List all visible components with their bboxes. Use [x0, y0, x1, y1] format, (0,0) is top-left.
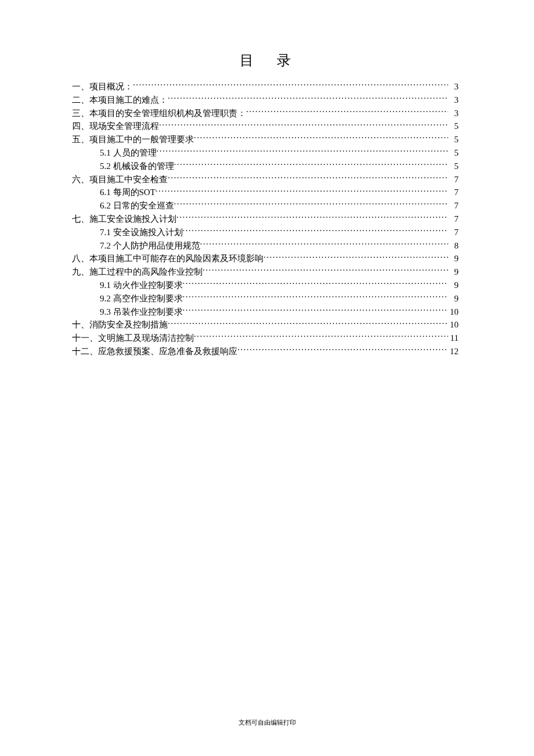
toc-entry: 7.2 个人防护用品使用规范8 — [72, 239, 459, 253]
toc-leader-dots — [159, 120, 448, 129]
toc-entry: 一、项目概况：3 — [72, 80, 459, 93]
toc-entry: 十一、文明施工及现场清洁控制11 — [72, 332, 459, 345]
toc-entry-text: 九、施工过程中的高风险作业控制 — [72, 265, 203, 279]
toc-entry: 5.2 机械设备的管理5 — [72, 160, 459, 173]
toc-entry: 9.1 动火作业控制要求9 — [72, 279, 459, 292]
toc-entry-text: 5.1 人员的管理 — [100, 146, 157, 160]
toc-entry: 二、本项目施工的难点：3 — [72, 93, 459, 107]
toc-entry: 十、消防安全及控制措施10 — [72, 318, 459, 332]
toc-entry: 9.2 高空作业控制要求9 — [72, 292, 459, 305]
toc-entry-text: 十二、应急救援预案、应急准备及救援响应 — [72, 345, 237, 358]
toc-entry-page: 11 — [448, 332, 459, 345]
toc-entry: 九、施工过程中的高风险作业控制9 — [72, 265, 459, 279]
toc-entry-text: 七、施工安全设施投入计划 — [72, 213, 176, 226]
toc-entry-page: 10 — [448, 318, 459, 332]
toc-entry: 四、现场安全管理流程5 — [72, 120, 459, 133]
toc-entry: 三、本项目的安全管理组织机构及管理职责：3 — [72, 107, 459, 120]
toc-entry-text: 六、项目施工中安全检查 — [72, 173, 168, 186]
toc-entry-page: 3 — [448, 80, 459, 93]
document-page: 目录 一、项目概况：3二、本项目施工的难点：3三、本项目的安全管理组织机构及管理… — [0, 0, 534, 358]
toc-entry-text: 八、本项目施工中可能存在的风险因素及环境影响 — [72, 252, 264, 265]
toc-entry-page: 7 — [448, 213, 459, 226]
toc-entry-page: 7 — [448, 186, 459, 199]
toc-entry-page: 9 — [448, 292, 459, 305]
toc-entry-page: 8 — [448, 239, 459, 253]
toc-title: 目录 — [72, 51, 459, 70]
toc-entry-page: 9 — [448, 265, 459, 279]
toc-entry-text: 6.1 每周的SOT — [100, 186, 156, 199]
toc-leader-dots — [194, 134, 448, 142]
toc-leader-dots — [133, 81, 448, 89]
toc-entry-text: 二、本项目施工的难点： — [72, 93, 168, 107]
toc-entry: 十二、应急救援预案、应急准备及救援响应12 — [72, 345, 459, 358]
toc-leader-dots — [194, 332, 448, 341]
toc-entry-page: 10 — [448, 305, 459, 319]
toc-entry-page: 7 — [448, 199, 459, 213]
toc-entry: 6.2 日常的安全巡查7 — [72, 199, 459, 213]
toc-entry-text: 9.3 吊装作业控制要求 — [100, 305, 183, 319]
page-footer: 文档可自由编辑打印 — [0, 718, 534, 727]
toc-entry: 5.1 人员的管理5 — [72, 146, 459, 160]
toc-entry-text: 十一、文明施工及现场清洁控制 — [72, 332, 194, 345]
toc-leader-dots — [183, 226, 449, 235]
toc-entry-text: 6.2 日常的安全巡查 — [100, 199, 174, 213]
toc-leader-dots — [174, 200, 449, 208]
toc-entry-page: 7 — [448, 226, 459, 239]
toc-entry-page: 5 — [448, 120, 459, 133]
toc-entry-text: 5.2 机械设备的管理 — [100, 160, 174, 173]
toc-leader-dots — [176, 213, 448, 222]
toc-leader-dots — [168, 319, 448, 327]
toc-entry-text: 7.2 个人防护用品使用规范 — [100, 239, 200, 253]
toc-leader-dots — [264, 253, 448, 261]
toc-entry-text: 9.1 动火作业控制要求 — [100, 279, 183, 292]
toc-entry: 八、本项目施工中可能存在的风险因素及环境影响9 — [72, 252, 459, 265]
toc-entry-page: 5 — [448, 146, 459, 160]
toc-leader-dots — [168, 94, 448, 103]
toc-entry-text: 一、项目概况： — [72, 80, 133, 93]
toc-entry-text: 四、现场安全管理流程 — [72, 120, 159, 133]
toc-leader-dots — [183, 306, 449, 315]
toc-entry-page: 9 — [448, 279, 459, 292]
toc-leader-dots — [246, 107, 448, 116]
toc-entry: 六、项目施工中安全检查7 — [72, 173, 459, 186]
toc-leader-dots — [203, 266, 448, 275]
toc-entry-text: 9.2 高空作业控制要求 — [100, 292, 183, 305]
toc-entry: 9.3 吊装作业控制要求10 — [72, 305, 459, 319]
toc-entry-text: 五、项目施工中的一般管理要求 — [72, 133, 194, 146]
toc-leader-dots — [200, 240, 449, 249]
toc-entry-page: 3 — [448, 107, 459, 120]
toc-leader-dots — [157, 147, 449, 156]
toc-entry-page: 3 — [448, 93, 459, 107]
toc-entry-page: 5 — [448, 160, 459, 173]
toc-leader-dots — [183, 279, 449, 288]
toc-leader-dots — [237, 345, 448, 354]
toc-entry: 6.1 每周的SOT7 — [72, 186, 459, 199]
toc-entry-text: 7.1 安全设施投入计划 — [100, 226, 183, 239]
toc-entry: 7.1 安全设施投入计划7 — [72, 226, 459, 239]
table-of-contents: 一、项目概况：3二、本项目施工的难点：3三、本项目的安全管理组织机构及管理职责：… — [72, 80, 459, 358]
toc-entry: 五、项目施工中的一般管理要求5 — [72, 133, 459, 146]
toc-entry-page: 7 — [448, 173, 459, 186]
toc-entry-text: 十、消防安全及控制措施 — [72, 318, 168, 332]
toc-entry: 七、施工安全设施投入计划7 — [72, 213, 459, 226]
toc-entry-page: 5 — [448, 133, 459, 146]
toc-leader-dots — [183, 293, 449, 301]
toc-entry-page: 12 — [448, 345, 459, 358]
toc-leader-dots — [174, 160, 449, 169]
toc-leader-dots — [156, 186, 448, 195]
toc-entry-page: 9 — [448, 252, 459, 265]
toc-entry-text: 三、本项目的安全管理组织机构及管理职责： — [72, 107, 246, 120]
toc-leader-dots — [168, 174, 448, 182]
